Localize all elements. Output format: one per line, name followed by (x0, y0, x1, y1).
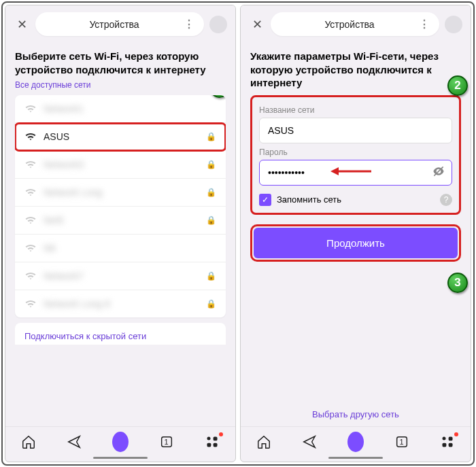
bottom-nav: 1 (241, 426, 471, 455)
home-indicator (93, 457, 148, 459)
network-name: ASUS (44, 131, 199, 142)
home-icon[interactable] (256, 434, 272, 450)
step-badge-3: 3 (447, 273, 468, 293)
heading: Выберите сеть Wi-Fi, через которую устро… (15, 50, 226, 76)
lock-icon: 🔒 (206, 132, 216, 141)
wifi-icon (24, 299, 37, 309)
close-icon[interactable]: ✕ (14, 17, 30, 32)
page-title: Устройства (45, 19, 184, 30)
network-row[interactable]: Network Long 8🔒 (15, 290, 226, 317)
network-name: N6 (44, 243, 216, 254)
continue-wrap: Продолжить (250, 224, 461, 262)
header: ✕ Устройства⋮ (5, 5, 235, 43)
wifi-icon (24, 271, 37, 281)
hidden-network-link[interactable]: Подключиться к скрытой сети (15, 323, 226, 345)
ssid-input[interactable] (259, 118, 452, 143)
networks-subhead: Все доступные сети (15, 80, 226, 90)
network-name: Net5 (44, 215, 199, 226)
network-name: Network Long (44, 187, 199, 198)
close-icon[interactable]: ✕ (249, 17, 265, 32)
lock-icon: 🔒 (206, 299, 216, 309)
notification-dot (454, 432, 458, 436)
title-pill[interactable]: Устройства⋮ (35, 12, 204, 36)
svg-marker-7 (330, 167, 339, 175)
lock-icon: 🔒 (206, 188, 216, 197)
notification-dot (219, 432, 223, 436)
password-label: Пароль (259, 148, 452, 157)
heading: Укажите параметры Wi-Fi-сети, через кото… (250, 50, 461, 90)
checkbox-checked-icon[interactable]: ✓ (259, 194, 271, 206)
credentials-form: Название сети Пароль ✓ Запомнить сеть ? (250, 95, 461, 215)
apps-icon[interactable] (439, 434, 456, 450)
svg-rect-2 (214, 437, 218, 441)
step-badge-2: 2 (447, 75, 468, 96)
home-indicator (328, 457, 383, 459)
svg-point-9 (443, 437, 446, 440)
svg-rect-10 (449, 437, 453, 441)
remember-row[interactable]: ✓ Запомнить сеть ? (259, 194, 452, 206)
network-name: Network Long 8 (44, 298, 199, 309)
svg-rect-12 (449, 443, 453, 447)
lock-icon: 🔒 (206, 160, 216, 169)
ssid-label: Название сети (259, 105, 452, 115)
help-icon[interactable]: ? (440, 194, 452, 206)
alice-icon[interactable] (112, 434, 129, 450)
svg-point-1 (207, 437, 211, 440)
wifi-icon (24, 188, 37, 197)
network-row[interactable]: Network1 (15, 95, 226, 123)
more-icon[interactable]: ⋮ (419, 18, 430, 31)
wifi-icon (24, 104, 37, 114)
network-row[interactable]: Net5🔒 (15, 207, 226, 235)
send-icon[interactable] (66, 434, 82, 450)
title-pill[interactable]: Устройства⋮ (271, 12, 439, 36)
svg-rect-3 (207, 443, 211, 447)
network-row[interactable]: Network Long🔒 (15, 179, 226, 207)
remember-label: Запомнить сеть (277, 194, 341, 205)
tabs-icon[interactable]: 1 (394, 434, 410, 450)
continue-button[interactable]: Продолжить (254, 228, 458, 258)
apps-icon[interactable] (204, 434, 220, 450)
lock-icon: 🔒 (206, 215, 216, 225)
wifi-icon (24, 243, 37, 253)
more-icon[interactable]: ⋮ (184, 18, 194, 31)
network-list: Network1 ASUS 🔒 1 Network3🔒 Network Long… (15, 95, 226, 317)
network-row[interactable]: Network3🔒 (15, 151, 226, 179)
svg-rect-11 (443, 443, 447, 447)
network-name: Network3 (44, 159, 199, 170)
network-name: Network7 (44, 271, 199, 281)
choose-other-link[interactable]: Выбрать другую сеть (250, 397, 461, 426)
network-row[interactable]: Network7🔒 (15, 262, 226, 290)
screen-select-network: ✕ Устройства⋮ Выберите сеть Wi-Fi, через… (5, 5, 236, 462)
network-name: Network1 (44, 103, 216, 114)
avatar[interactable] (209, 16, 227, 33)
screen-enter-credentials: ✕ Устройства⋮ Укажите параметры Wi-Fi-се… (240, 5, 471, 462)
wifi-icon (24, 215, 37, 225)
send-icon[interactable] (301, 434, 318, 450)
lock-icon: 🔒 (206, 271, 216, 281)
page-title: Устройства (280, 19, 419, 30)
header: ✕ Устройства⋮ (241, 5, 471, 43)
alice-icon[interactable] (347, 434, 364, 450)
wifi-icon (24, 160, 37, 169)
avatar[interactable] (445, 16, 462, 33)
network-row[interactable]: N6 (15, 235, 226, 262)
svg-rect-4 (214, 443, 218, 447)
tabs-icon[interactable]: 1 (158, 434, 175, 450)
home-icon[interactable] (20, 434, 37, 450)
eye-off-icon[interactable] (432, 165, 445, 181)
wifi-icon (24, 132, 37, 141)
network-row-asus[interactable]: ASUS 🔒 1 (15, 123, 226, 151)
arrow-annotation-icon (330, 165, 371, 180)
bottom-nav: 1 (5, 426, 235, 455)
